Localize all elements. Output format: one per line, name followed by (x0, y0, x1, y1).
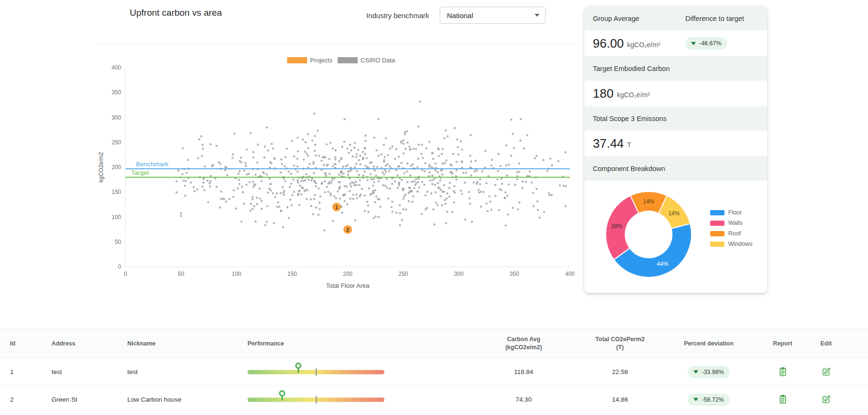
donut-legend: Floor Walls Roof Windows (710, 209, 753, 251)
windows-swatch-icon (710, 242, 724, 247)
cell-edit (807, 367, 845, 377)
header-total-co2e-line2: (T) (581, 344, 659, 352)
cell-performance (248, 390, 466, 409)
group-average-header: Group Average Difference to target (584, 6, 767, 30)
target-embodied-value: 180 (593, 86, 613, 101)
triangle-down-icon (693, 370, 698, 374)
header-performance: Performance (248, 340, 466, 347)
target-embodied-row: 180 kgCO₂e/m² (584, 81, 767, 106)
legend-label: Roof (728, 230, 741, 237)
cell-address: test (52, 368, 127, 375)
svg-text:150: 150 (287, 271, 297, 277)
triangle-down-icon (691, 42, 696, 45)
deviation-badge: -33.98% (688, 366, 730, 378)
report-icon[interactable] (778, 395, 788, 405)
svg-text:Benchmark: Benchmark (136, 161, 169, 168)
svg-text:Target: Target (131, 169, 149, 176)
header-carbon-avg-line1: Carbon Avg (466, 335, 581, 344)
target-embodied-unit: kgCO₂e/m² (617, 91, 650, 99)
svg-text:CSIRO Data: CSIRO Data (361, 57, 395, 64)
cell-id: 1 (10, 368, 52, 375)
performance-midpoint-tick (316, 396, 317, 404)
dashboard-page: Upfront carbon vs area Industry benchmar… (0, 0, 868, 415)
svg-text:28%: 28% (611, 223, 622, 230)
table-header-row: Id Address Nickname Performance Carbon A… (0, 329, 868, 358)
svg-text:400: 400 (112, 64, 121, 71)
cell-nickname: Low Carbon house (127, 396, 248, 403)
triangle-down-icon (693, 398, 698, 401)
header-edit: Edit (807, 340, 845, 347)
svg-text:1: 1 (335, 204, 338, 210)
svg-text:300: 300 (454, 271, 464, 277)
group-average-unit: kgCO₂e/m² (627, 41, 660, 49)
svg-text:250: 250 (112, 139, 121, 146)
svg-text:Total Floor Area: Total Floor Area (326, 282, 370, 289)
svg-text:300: 300 (112, 114, 121, 121)
cell-total-co2e: 22.58 (581, 368, 659, 375)
deviation-badge: -58.72% (688, 394, 730, 406)
cell-carbon-avg: 118.84 (466, 368, 581, 375)
group-average-value: 96.00 (593, 36, 624, 51)
edit-icon[interactable] (821, 367, 831, 377)
difference-badge-value: -46.67% (699, 40, 722, 47)
header-nickname: Nickname (127, 340, 248, 347)
edit-icon[interactable] (821, 395, 831, 405)
performance-slider (248, 363, 384, 382)
pin-stem (298, 368, 299, 373)
table-row: 1testtest118.8422.58-33.98% (0, 358, 868, 386)
pin-circle (279, 390, 285, 396)
svg-text:2: 2 (346, 227, 349, 233)
svg-text:14%: 14% (668, 210, 680, 217)
target-embodied-label: Target Embodied Carbon (593, 65, 670, 72)
table-row: 2Green StLow Carbon house74.3014.86-58.7… (0, 386, 868, 414)
svg-text:44%: 44% (657, 261, 668, 267)
scope3-row: 37.44 T (584, 131, 767, 156)
svg-text:100: 100 (232, 271, 241, 277)
svg-text:0: 0 (118, 263, 121, 270)
svg-text:Projects: Projects (310, 57, 332, 64)
table-body: 1testtest118.8422.58-33.98%2Green StLow … (0, 358, 868, 414)
svg-text:350: 350 (509, 271, 519, 277)
cell-edit (807, 395, 845, 405)
legend-label: Floor (728, 209, 742, 216)
component-breakdown-chart-area: 14%14%44%28% Floor Walls Roof Windows (584, 181, 767, 293)
benchmark-select[interactable]: National (440, 7, 546, 24)
scope3-label: Total Scope 3 Emissons (593, 115, 667, 122)
cell-id: 2 (10, 396, 52, 403)
header-id: Id (10, 340, 52, 347)
scatter-chart: 0501001502002503003504000501001502002503… (95, 46, 587, 298)
cell-total-co2e: 14.86 (581, 396, 659, 403)
floor-swatch-icon (710, 210, 724, 215)
scope3-header: Total Scope 3 Emissons (584, 106, 767, 131)
svg-text:kgCO2e/m2: kgCO2e/m2 (98, 152, 104, 182)
deviation-badge-value: -33.98% (702, 369, 724, 375)
component-breakdown-donut-chart: 14%14%44%28% (601, 184, 696, 284)
header-total-co2e-line1: Total CO2ePerm2 (581, 335, 659, 344)
cell-carbon-avg: 74.30 (466, 396, 581, 403)
svg-text:0: 0 (124, 271, 127, 277)
header-address: Address (52, 340, 127, 347)
legend-item-walls: Walls (710, 220, 753, 226)
performance-slider (248, 390, 384, 409)
roof-swatch-icon (710, 231, 724, 236)
header-report: Report (758, 340, 807, 347)
svg-text:100: 100 (112, 214, 121, 221)
header-carbon-avg-line2: (kgCO2e/m2) (466, 344, 581, 352)
component-breakdown-header: Component Breakdown (584, 156, 767, 181)
svg-text:200: 200 (343, 271, 352, 277)
cell-nickname: test (127, 368, 248, 375)
header-carbon-avg: Carbon Avg (kgCO2e/m2) (466, 335, 581, 352)
legend-item-roof: Roof (710, 230, 753, 237)
svg-text:14%: 14% (643, 198, 654, 205)
cell-report (758, 395, 807, 405)
cell-report (758, 367, 807, 377)
svg-text:400: 400 (565, 271, 575, 277)
legend-label: Walls (728, 220, 743, 226)
cell-performance (248, 363, 466, 382)
deviation-badge-value: -58.72% (702, 396, 724, 403)
difference-badge: -46.67% (685, 37, 727, 50)
report-icon[interactable] (778, 367, 788, 377)
cell-percent-deviation: -33.98% (659, 366, 758, 378)
component-breakdown-label: Component Breakdown (593, 165, 665, 172)
header-total-co2e: Total CO2ePerm2 (T) (581, 335, 659, 352)
